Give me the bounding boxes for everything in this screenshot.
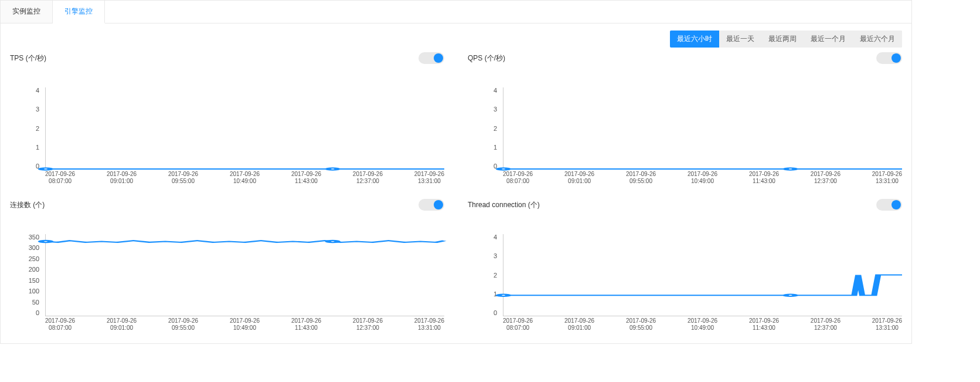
range-2w-button[interactable]: 最近两周 (761, 31, 804, 48)
tab-instance-monitor[interactable]: 实例监控 (1, 1, 53, 23)
x-axis-qps: 2017-09-2608:07:00 2017-09-2609:01:00 20… (503, 171, 902, 187)
chart-title-thr: Thread connection (个) (468, 200, 540, 210)
x-axis-thr: 2017-09-2608:07:00 2017-09-2609:01:00 20… (503, 317, 902, 334)
chart-area-qps: 4 3 2 1 0 (468, 87, 902, 187)
chart-panel-conn: 连接数 (个) 350 300 250 200 150 100 50 0 (10, 199, 444, 334)
markers-qps (503, 87, 902, 169)
content-area: 最近六小时 最近一天 最近两周 最近一个月 最近六个月 TPS (个/秒) 4 … (1, 23, 911, 343)
svg-point-5 (328, 241, 337, 242)
toggle-conn[interactable] (418, 199, 444, 211)
range-1d-button[interactable]: 最近一天 (719, 31, 761, 48)
svg-point-2 (499, 168, 508, 170)
time-range-group: 最近六小时 最近一天 最近两周 最近一个月 最近六个月 (670, 31, 902, 48)
y-axis-tps: 4 3 2 1 0 (10, 87, 43, 170)
range-6h-button[interactable]: 最近六小时 (670, 31, 719, 48)
range-6m-button[interactable]: 最近六个月 (853, 31, 902, 48)
tab-engine-monitor[interactable]: 引擎监控 (53, 1, 105, 23)
chart-area-thr: 4 3 2 1 0 (468, 234, 902, 334)
svg-point-1 (328, 168, 337, 170)
toggle-tps[interactable] (418, 52, 444, 64)
toggle-thr[interactable] (876, 199, 902, 211)
toggle-qps[interactable] (876, 52, 902, 64)
x-axis-tps: 2017-09-2608:07:00 2017-09-2609:01:00 20… (45, 171, 444, 187)
markers-tps (46, 87, 444, 169)
plot-tps (45, 87, 444, 170)
x-axis-conn: 2017-09-2608:07:00 2017-09-2609:01:00 20… (45, 317, 444, 334)
svg-point-0 (41, 168, 50, 170)
chart-panel-thr: Thread connection (个) 4 3 2 1 0 (468, 199, 902, 334)
chart-panel-qps: QPS (个/秒) 4 3 2 1 0 (468, 52, 902, 187)
chart-title-tps: TPS (个/秒) (10, 53, 46, 63)
plot-qps (503, 87, 902, 170)
plot-thr (503, 234, 902, 316)
y-axis-conn: 350 300 250 200 150 100 50 0 (10, 234, 43, 316)
markers-thr (503, 234, 902, 316)
svg-point-4 (41, 241, 50, 242)
markers-conn (46, 234, 444, 316)
svg-point-3 (785, 168, 795, 170)
chart-title-conn: 连接数 (个) (10, 200, 45, 210)
svg-point-7 (785, 295, 795, 296)
time-range-row: 最近六小时 最近一天 最近两周 最近一个月 最近六个月 (10, 31, 902, 48)
svg-point-6 (499, 295, 508, 296)
range-1m-button[interactable]: 最近一个月 (804, 31, 853, 48)
chart-area-tps: 4 3 2 1 0 (10, 87, 444, 187)
plot-conn (45, 234, 444, 316)
y-axis-thr: 4 3 2 1 0 (468, 234, 501, 316)
chart-area-conn: 350 300 250 200 150 100 50 0 (10, 234, 444, 334)
charts-grid: TPS (个/秒) 4 3 2 1 0 (10, 52, 902, 334)
chart-panel-tps: TPS (个/秒) 4 3 2 1 0 (10, 52, 444, 187)
tab-bar: 实例监控 引擎监控 (1, 1, 911, 23)
y-axis-qps: 4 3 2 1 0 (468, 87, 501, 170)
chart-title-qps: QPS (个/秒) (468, 53, 505, 63)
monitor-container: 实例监控 引擎监控 最近六小时 最近一天 最近两周 最近一个月 最近六个月 TP… (0, 0, 912, 344)
